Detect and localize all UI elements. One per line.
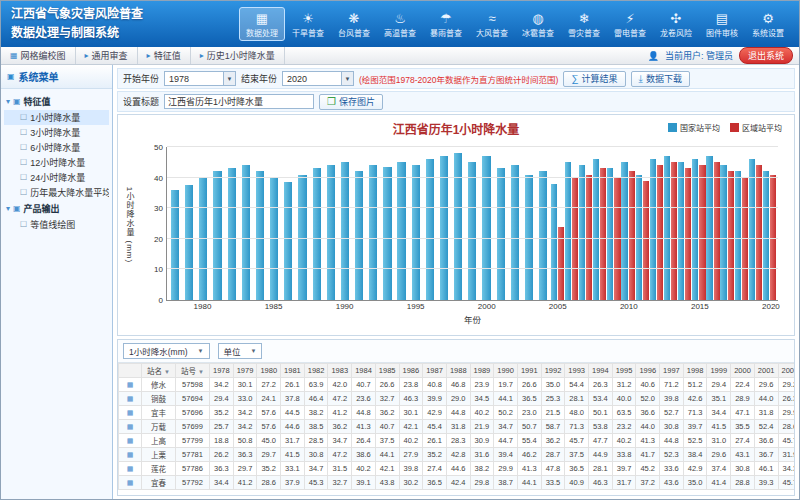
legend-item: 国家站平均: [668, 122, 720, 133]
bar-regional: [629, 171, 635, 300]
tree-item[interactable]: ☐3小时降水量: [4, 125, 109, 140]
station-name-header[interactable]: 站名 ▼: [142, 364, 176, 378]
gridline: [167, 238, 778, 239]
module-item[interactable]: ⚙系统设置: [745, 7, 791, 41]
year-header[interactable]: 1996: [636, 364, 660, 378]
year-header[interactable]: 1984: [352, 364, 376, 378]
bar-national: [664, 156, 670, 300]
value-cell: 31.9: [778, 448, 794, 462]
value-cell: 30.1: [233, 378, 257, 392]
tree-group[interactable]: ▾▣产品输出: [4, 200, 109, 217]
module-item[interactable]: ❄雪灾普查: [561, 7, 607, 41]
module-label: 龙卷风险: [660, 29, 692, 38]
module-item[interactable]: ◍冰雹普查: [515, 7, 561, 41]
module-item[interactable]: ☂暴雨普查: [423, 7, 469, 41]
row-select-cell[interactable]: ▦: [119, 448, 142, 462]
bar-group: [522, 147, 536, 300]
year-header[interactable]: 2002: [778, 364, 794, 378]
year-header[interactable]: 1994: [589, 364, 613, 378]
雪灾普查-icon: ❄: [562, 10, 606, 27]
tree-item[interactable]: ☐历年最大降水量平均值: [4, 185, 109, 200]
year-header[interactable]: 1985: [375, 364, 399, 378]
year-header[interactable]: 1992: [541, 364, 565, 378]
module-item[interactable]: ♨高温普查: [377, 7, 423, 41]
module-item[interactable]: ⚡雷电普查: [607, 7, 653, 41]
value-cell: 31.7: [612, 476, 636, 490]
station-id-header[interactable]: 站号 ▼: [176, 364, 210, 378]
value-cell: 44.5: [281, 406, 305, 420]
year-header[interactable]: 1993: [565, 364, 589, 378]
year-header[interactable]: 1979: [233, 364, 257, 378]
row-select-cell[interactable]: ▦: [119, 420, 142, 434]
year-header[interactable]: 1998: [683, 364, 707, 378]
row-select-cell[interactable]: ▦: [119, 406, 142, 420]
year-header[interactable]: 1986: [399, 364, 423, 378]
module-label: 暴雨普查: [430, 29, 462, 38]
tree-item[interactable]: ☐6小时降水量: [4, 140, 109, 155]
tree-group[interactable]: ▾▣特征值: [4, 93, 109, 110]
year-header[interactable]: 1980: [257, 364, 281, 378]
data-download-button[interactable]: ⤓ 数据下载: [631, 71, 690, 87]
value-cell: 44.9: [589, 448, 613, 462]
module-item[interactable]: ≈大风普查: [469, 7, 515, 41]
station-name-cell: 修水: [142, 378, 176, 392]
year-header[interactable]: 1991: [517, 364, 541, 378]
tree-item[interactable]: ☐1小时降水量: [4, 110, 109, 125]
year-header[interactable]: 1997: [660, 364, 684, 378]
value-cell: 40.8: [423, 378, 447, 392]
year-header[interactable]: 1981: [281, 364, 305, 378]
value-cell: 31.2: [612, 378, 636, 392]
bar-regional: [657, 165, 663, 300]
row-select-cell[interactable]: ▦: [119, 462, 142, 476]
value-cell: 29.9: [494, 462, 518, 476]
bar-national: [621, 162, 627, 300]
value-cell: 29.8: [470, 476, 494, 490]
row-select-cell[interactable]: ▦: [119, 476, 142, 490]
row-select-cell[interactable]: ▦: [119, 378, 142, 392]
save-image-button[interactable]: ❐ 保存图片: [319, 94, 383, 110]
checkbox-icon: ☐: [20, 113, 27, 122]
table-scroll[interactable]: 站名 ▼站号 ▼19781979198019811982198319841985…: [118, 363, 794, 495]
tree-item[interactable]: ☐12小时降水量: [4, 155, 109, 170]
bar-group: [635, 147, 649, 300]
tab-item[interactable]: ▸特征值: [138, 47, 191, 64]
value-cell: 31.6: [470, 448, 494, 462]
tab-item[interactable]: ▸历史1小时降水量: [191, 47, 285, 64]
chart-title-input[interactable]: [164, 94, 314, 109]
tree-item[interactable]: ☐24小时降水量: [4, 170, 109, 185]
bar-group: [182, 147, 196, 300]
year-header[interactable]: 1999: [707, 364, 731, 378]
year-header[interactable]: 2001: [754, 364, 778, 378]
tree-item[interactable]: ☐等值线绘图: [4, 217, 109, 232]
module-item[interactable]: ✣龙卷风险: [653, 7, 699, 41]
year-header[interactable]: 1987: [423, 364, 447, 378]
year-header[interactable]: 1982: [304, 364, 328, 378]
module-item[interactable]: ▦数据处理: [239, 7, 285, 41]
start-year-select[interactable]: 1978 ▼: [164, 71, 236, 86]
tab-item[interactable]: ▸通用审查: [76, 47, 138, 64]
bar-group: [494, 147, 508, 300]
module-item[interactable]: ☀干旱普查: [285, 7, 331, 41]
module-item[interactable]: ▤图件审核: [699, 7, 745, 41]
year-header[interactable]: 1990: [494, 364, 518, 378]
tab-item[interactable]: ▦网格编校图: [1, 47, 76, 64]
year-header[interactable]: 1988: [446, 364, 470, 378]
calc-result-button[interactable]: ∑ 计算结果: [563, 71, 625, 87]
row-select-cell[interactable]: ▦: [119, 434, 142, 448]
precip-filter-chip[interactable]: 1小时降水(mm) ▼: [123, 343, 210, 359]
unit-filter-chip[interactable]: 单位 ▼: [218, 343, 263, 359]
value-cell: 23.8: [399, 378, 423, 392]
value-cell: 26.6: [375, 378, 399, 392]
year-header[interactable]: 2000: [731, 364, 755, 378]
module-item[interactable]: ❋台风普查: [331, 7, 377, 41]
year-header[interactable]: 1983: [328, 364, 352, 378]
数据处理-icon: ▦: [240, 10, 284, 27]
bar-national: [551, 184, 557, 300]
row-select-cell[interactable]: ▦: [119, 392, 142, 406]
year-header[interactable]: 1989: [470, 364, 494, 378]
year-header[interactable]: 1978: [210, 364, 234, 378]
year-header[interactable]: 1995: [612, 364, 636, 378]
value-cell: 38.6: [352, 448, 376, 462]
end-year-select[interactable]: 2020 ▼: [282, 71, 354, 86]
logout-button[interactable]: 退出系统: [739, 47, 793, 64]
